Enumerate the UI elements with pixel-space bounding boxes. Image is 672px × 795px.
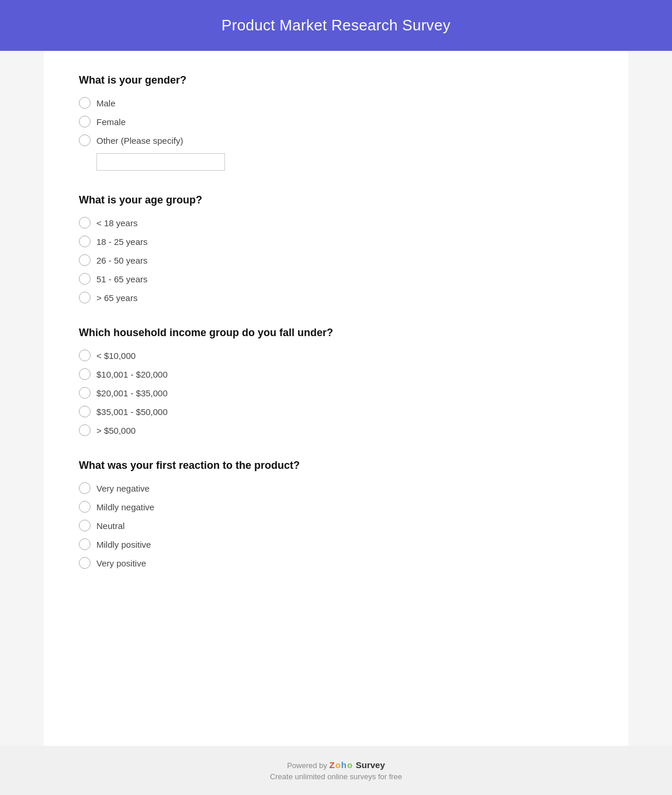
income-option-35to50k: $35,001 - $50,000 [79, 406, 593, 417]
question-income: Which household income group do you fall… [79, 327, 593, 436]
income-label-over50k: > $50,000 [96, 426, 136, 435]
reaction-label-very-positive: Very positive [96, 558, 146, 568]
reaction-label-mildly-negative: Mildly negative [96, 502, 154, 512]
question-reaction-label: What was your first reaction to the prod… [79, 459, 593, 472]
reaction-label-mildly-positive: Mildly positive [96, 540, 151, 549]
survey-title: Product Market Research Survey [12, 16, 660, 34]
income-label-10to20k: $10,001 - $20,000 [96, 369, 168, 379]
gender-option-other: Other (Please specify) [79, 134, 593, 146]
gender-radio-other[interactable] [79, 134, 91, 146]
income-label-under10k: < $10,000 [96, 351, 136, 361]
income-radio-10to20k[interactable] [79, 368, 91, 380]
question-gender-label: What is your gender? [79, 74, 593, 87]
age-label-under18: < 18 years [96, 218, 137, 228]
reaction-radio-very-positive[interactable] [79, 557, 91, 569]
age-radio-over65[interactable] [79, 292, 91, 303]
age-label-51to65: 51 - 65 years [96, 274, 148, 284]
age-option-51to65: 51 - 65 years [79, 273, 593, 285]
gender-radio-female[interactable] [79, 116, 91, 127]
age-label-26to50: 26 - 50 years [96, 255, 148, 265]
age-option-over65: > 65 years [79, 292, 593, 303]
zoho-h: h [341, 760, 347, 770]
reaction-label-neutral: Neutral [96, 521, 124, 531]
income-option-20to35k: $20,001 - $35,000 [79, 387, 593, 399]
question-age: What is your age group? < 18 years 18 - … [79, 194, 593, 303]
age-radio-26to50[interactable] [79, 254, 91, 266]
survey-word: Survey [356, 760, 385, 770]
income-radio-over50k[interactable] [79, 424, 91, 436]
zoho-o2: o [347, 760, 352, 770]
zoho-logo: Zoho [329, 760, 352, 770]
income-radio-20to35k[interactable] [79, 387, 91, 399]
footer-sub-text: Create unlimited online surveys for free [12, 772, 660, 781]
reaction-option-very-positive: Very positive [79, 557, 593, 569]
reaction-option-very-negative: Very negative [79, 482, 593, 494]
income-option-under10k: < $10,000 [79, 350, 593, 361]
gender-radio-male[interactable] [79, 97, 91, 109]
gender-option-male: Male [79, 97, 593, 109]
zoho-z: Z [329, 760, 334, 770]
age-radio-under18[interactable] [79, 217, 91, 229]
reaction-label-very-negative: Very negative [96, 483, 150, 493]
gender-option-female: Female [79, 116, 593, 127]
reaction-option-mildly-positive: Mildly positive [79, 538, 593, 550]
question-income-label: Which household income group do you fall… [79, 327, 593, 339]
gender-label-male: Male [96, 98, 116, 108]
zoho-o1: o [335, 760, 341, 770]
income-option-over50k: > $50,000 [79, 424, 593, 436]
reaction-radio-mildly-negative[interactable] [79, 501, 91, 513]
footer: Powered by Zoho Survey Create unlimited … [0, 746, 672, 795]
reaction-radio-mildly-positive[interactable] [79, 538, 91, 550]
survey-header: Product Market Research Survey [0, 0, 672, 51]
age-option-18to25: 18 - 25 years [79, 236, 593, 247]
footer-powered-text: Powered by Zoho Survey [12, 760, 660, 770]
survey-body: What is your gender? Male Female Other (… [44, 51, 628, 746]
income-radio-35to50k[interactable] [79, 406, 91, 417]
gender-label-other: Other (Please specify) [96, 136, 183, 146]
question-age-label: What is your age group? [79, 194, 593, 206]
age-option-26to50: 26 - 50 years [79, 254, 593, 266]
reaction-radio-neutral[interactable] [79, 520, 91, 531]
age-option-under18: < 18 years [79, 217, 593, 229]
age-radio-51to65[interactable] [79, 273, 91, 285]
reaction-radio-very-negative[interactable] [79, 482, 91, 494]
gender-label-female: Female [96, 117, 126, 127]
age-radio-18to25[interactable] [79, 236, 91, 247]
question-reaction: What was your first reaction to the prod… [79, 459, 593, 569]
income-label-35to50k: $35,001 - $50,000 [96, 407, 168, 417]
gender-other-input[interactable] [96, 153, 225, 171]
income-option-10to20k: $10,001 - $20,000 [79, 368, 593, 380]
reaction-option-neutral: Neutral [79, 520, 593, 531]
income-label-20to35k: $20,001 - $35,000 [96, 388, 168, 398]
reaction-option-mildly-negative: Mildly negative [79, 501, 593, 513]
age-label-18to25: 18 - 25 years [96, 237, 148, 247]
income-radio-under10k[interactable] [79, 350, 91, 361]
question-gender: What is your gender? Male Female Other (… [79, 74, 593, 171]
age-label-over65: > 65 years [96, 293, 137, 303]
